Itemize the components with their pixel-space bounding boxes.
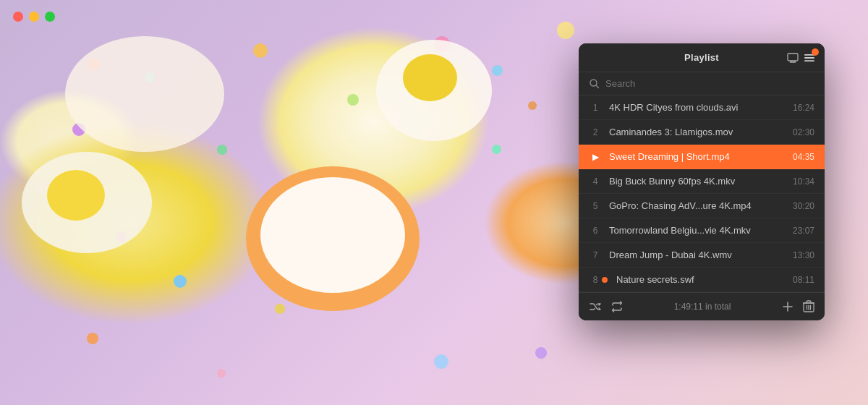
- playlist-item[interactable]: ▶ Sweet Dreaming | Short.mp4 04:35: [579, 145, 825, 169]
- panel-footer: 1:49:11 in total: [579, 292, 825, 320]
- panel-title: Playlist: [684, 52, 719, 63]
- item-duration: 08:11: [793, 275, 814, 285]
- svg-rect-6: [804, 60, 814, 61]
- playlist-item[interactable]: 4 Big Buck Bunny 60fps 4K.mkv 10:34: [579, 169, 825, 194]
- add-button[interactable]: [781, 300, 794, 313]
- total-time: 1:49:11 in total: [674, 302, 731, 312]
- search-icon: [589, 78, 600, 89]
- item-name: GoPro: Chasing AdV...ure 4K.mp4: [609, 200, 787, 211]
- playlist-item[interactable]: 6 Tomorrowland Belgiu...vie 4K.mkv 23:07: [579, 218, 825, 243]
- shuffle-button[interactable]: [589, 300, 602, 313]
- item-number: 5: [589, 201, 602, 211]
- item-name: Dream Jump - Dubai 4K.wmv: [609, 250, 787, 260]
- item-number: 7: [589, 250, 602, 260]
- close-button[interactable]: [13, 12, 23, 22]
- panel-header: Playlist: [579, 43, 825, 72]
- playlist-items: 1 4K HDR Cityes from clouds.avi 16:24 2 …: [579, 95, 825, 292]
- svg-line-8: [596, 85, 599, 88]
- decorative-shape: [47, 170, 105, 221]
- dot-indicator: [602, 277, 608, 283]
- header-icons: [787, 51, 816, 64]
- minimize-button[interactable]: [29, 12, 39, 22]
- item-name: Tomorrowland Belgiu...vie 4K.mkv: [609, 225, 787, 236]
- item-number: 4: [589, 176, 602, 187]
- screen-icon[interactable]: [787, 52, 799, 64]
- search-input[interactable]: [605, 78, 814, 89]
- svg-rect-5: [804, 57, 814, 59]
- item-duration: 13:30: [793, 250, 814, 260]
- playlist-item[interactable]: 2 Caminandes 3: Llamigos.mov 02:30: [579, 120, 825, 145]
- footer-controls: [589, 300, 624, 313]
- playlist-item[interactable]: 7 Dream Jump - Dubai 4K.wmv 13:30: [579, 243, 825, 268]
- item-name: Nature secrets.swf: [616, 274, 787, 285]
- item-duration: 16:24: [793, 103, 814, 113]
- item-duration: 10:34: [793, 176, 814, 187]
- playlist-item[interactable]: 5 GoPro: Chasing AdV...ure 4K.mp4 30:20: [579, 194, 825, 218]
- maximize-button[interactable]: [45, 12, 55, 22]
- repeat-button[interactable]: [610, 300, 624, 313]
- item-name: Caminandes 3: Llamigos.mov: [609, 127, 787, 137]
- svg-rect-0: [788, 54, 798, 61]
- menu-icon-wrap: [803, 51, 816, 64]
- item-number: 1: [589, 103, 602, 113]
- item-number: 8: [589, 275, 602, 285]
- item-number: 2: [589, 127, 602, 137]
- item-duration: 23:07: [793, 226, 814, 236]
- decorative-shape: [260, 177, 405, 293]
- play-icon: ▶: [589, 152, 602, 162]
- footer-actions: [781, 300, 814, 313]
- item-number: 6: [589, 226, 602, 236]
- item-name: Sweet Dreaming | Short.mp4: [609, 151, 787, 162]
- decorative-shape: [65, 36, 224, 152]
- item-duration: 02:30: [793, 127, 814, 137]
- notification-badge: [812, 48, 819, 56]
- window-chrome: [13, 12, 55, 22]
- item-name: Big Buck Bunny 60fps 4K.mkv: [609, 176, 787, 187]
- playlist-item[interactable]: 8 Nature secrets.swf 08:11: [579, 268, 825, 292]
- delete-button[interactable]: [803, 300, 814, 313]
- item-name: 4K HDR Cityes from clouds.avi: [609, 102, 787, 113]
- playlist-item[interactable]: 1 4K HDR Cityes from clouds.avi 16:24: [579, 95, 825, 120]
- item-duration: 30:20: [793, 201, 814, 211]
- decorative-shape: [403, 54, 457, 101]
- item-duration: 04:35: [793, 152, 814, 162]
- search-bar: [579, 72, 825, 95]
- traffic-lights: [13, 12, 55, 22]
- playlist-panel: Playlist: [579, 43, 825, 320]
